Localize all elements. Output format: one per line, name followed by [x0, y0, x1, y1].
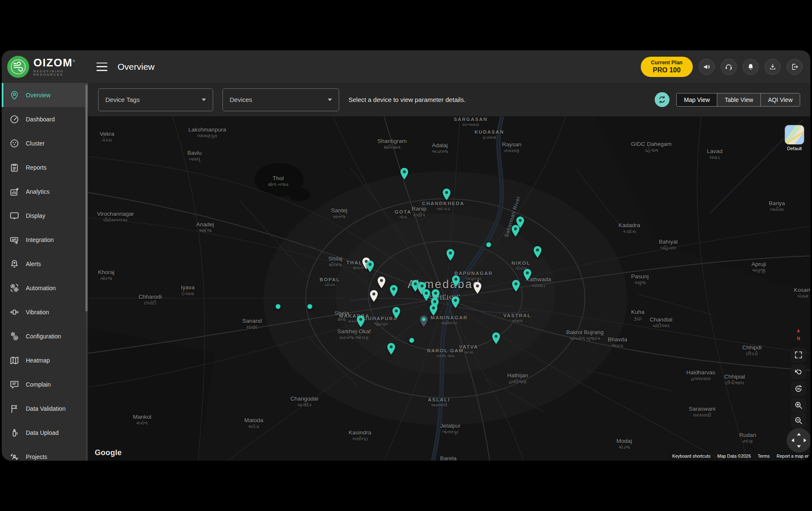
- fullscreen-control[interactable]: [791, 347, 806, 363]
- notifications-button[interactable]: [743, 59, 759, 75]
- bar-chart-plus-icon: [9, 187, 19, 197]
- devices-dropdown-label: Devices: [230, 96, 252, 103]
- pan-hand-control[interactable]: [791, 364, 806, 379]
- sidebar-item-vibration[interactable]: Vibration: [2, 300, 88, 324]
- zoom-in-control[interactable]: [791, 398, 806, 413]
- sidebar-item-alerts[interactable]: Alerts: [2, 252, 88, 276]
- device-marker-teal[interactable]: [452, 275, 460, 289]
- rotate-3d-control[interactable]: 3D: [791, 381, 806, 396]
- map-type-thumbnail[interactable]: [785, 125, 804, 145]
- svg-text:API: API: [12, 238, 16, 241]
- device-marker-teal[interactable]: [400, 168, 409, 181]
- header-actions: Current Plan PRO 100: [641, 57, 810, 77]
- device-marker-teal[interactable]: [492, 332, 500, 346]
- app-window: OIZOM® REDEFINING RESOURCES Overview Cur…: [2, 50, 810, 461]
- sidebar-item-label: Analytics: [26, 188, 49, 195]
- map-canvas[interactable]: Ahmedabad અમદાવાદ Sabarmati River Vekraવ…: [88, 116, 810, 461]
- sidebar-scrollbar-thumb[interactable]: [85, 85, 88, 311]
- device-marker-teal[interactable]: [422, 289, 431, 303]
- device-marker-dot[interactable]: [408, 337, 415, 346]
- location-pin-icon: [9, 90, 19, 100]
- device-marker-teal[interactable]: [390, 285, 398, 299]
- device-marker-dot[interactable]: [485, 241, 492, 250]
- devices-dropdown[interactable]: Devices: [222, 88, 339, 111]
- chat-bubble-icon: [9, 379, 19, 390]
- device-marker-teal[interactable]: [533, 246, 542, 260]
- gear-settings-icon: [9, 331, 19, 341]
- sidebar-item-projects[interactable]: Projects: [2, 445, 88, 461]
- attribution-keyboard-shortcuts[interactable]: Keyboard shortcuts: [672, 453, 710, 459]
- brand-name: OIZOM®: [33, 57, 90, 68]
- pan-control[interactable]: [787, 428, 810, 453]
- plan-value: PRO 100: [651, 66, 683, 74]
- view-tab-aqi-view[interactable]: AQI View: [760, 93, 800, 106]
- device-marker-selected[interactable]: [420, 315, 428, 329]
- sidebar-item-complain[interactable]: Complain: [2, 372, 88, 396]
- device-marker-white[interactable]: [370, 290, 378, 304]
- person-sync-icon: [9, 452, 19, 461]
- flag-icon: [9, 404, 19, 414]
- sidebar-item-data-validation[interactable]: Data Validation: [2, 396, 88, 420]
- sidebar-item-label: Data Upload: [26, 429, 59, 436]
- device-hint-text: Select a device to view parameter detail…: [348, 96, 466, 103]
- sidebar-item-automation[interactable]: Automation: [2, 276, 88, 300]
- device-tags-dropdown[interactable]: Device Tags: [98, 88, 213, 111]
- sidebar-item-reports[interactable]: Reports: [2, 155, 88, 179]
- attribution-report-a-map-er[interactable]: Report a map er: [776, 453, 809, 459]
- map-type-control[interactable]: Default: [785, 125, 804, 151]
- current-plan-button[interactable]: Current Plan PRO 100: [641, 57, 693, 77]
- device-marker-teal[interactable]: [366, 260, 374, 274]
- announcement-button[interactable]: [699, 59, 715, 75]
- map-tiles: [88, 116, 810, 461]
- sidebar-item-overview[interactable]: Overview: [2, 83, 88, 107]
- view-tab-table-view[interactable]: Table View: [717, 93, 760, 106]
- monitor-icon: [9, 211, 19, 221]
- sidebar-item-heatmap[interactable]: Heatmap: [2, 348, 88, 372]
- device-marker-teal[interactable]: [442, 188, 451, 202]
- device-marker-teal[interactable]: [392, 307, 401, 321]
- view-toggle: Map ViewTable ViewAQI View: [676, 93, 800, 107]
- download-button[interactable]: [765, 59, 781, 75]
- device-marker-teal[interactable]: [523, 269, 532, 283]
- sidebar-item-configuration[interactable]: Configuration: [2, 324, 88, 348]
- speedometer-icon: [9, 114, 19, 124]
- sidebar: OverviewDashboardClusterReportsAnalytics…: [2, 83, 88, 461]
- compass-north-control[interactable]: N: [791, 327, 806, 342]
- refresh-button[interactable]: [655, 92, 669, 107]
- device-marker-teal[interactable]: [511, 225, 520, 239]
- app-header: OIZOM® REDEFINING RESOURCES Overview Cur…: [2, 50, 810, 83]
- logout-icon: [790, 63, 799, 71]
- device-marker-teal[interactable]: [387, 343, 395, 357]
- device-marker-teal[interactable]: [446, 249, 455, 263]
- hamburger-menu-icon[interactable]: [96, 63, 107, 71]
- zoom-out-control[interactable]: [791, 413, 806, 428]
- sidebar-item-cluster[interactable]: Cluster: [2, 131, 88, 155]
- device-marker-teal[interactable]: [512, 280, 520, 294]
- device-marker-teal[interactable]: [357, 315, 365, 329]
- google-logo[interactable]: Google: [95, 448, 122, 457]
- pan-arrows-icon: [787, 428, 810, 453]
- sidebar-item-dashboard[interactable]: Dashboard: [2, 107, 88, 131]
- sidebar-item-data-upload[interactable]: Data Upload: [2, 420, 88, 445]
- device-marker-teal[interactable]: [451, 296, 460, 310]
- support-button[interactable]: [721, 59, 737, 75]
- view-tab-map-view[interactable]: Map View: [677, 93, 717, 106]
- oizom-logo-icon: [7, 56, 29, 78]
- device-marker-dot[interactable]: [274, 303, 282, 312]
- folded-map-icon: [9, 355, 19, 365]
- sidebar-item-analytics[interactable]: Analytics: [2, 179, 88, 203]
- sidebar-item-integration[interactable]: APIIntegration: [2, 228, 88, 252]
- logout-button[interactable]: [787, 59, 803, 75]
- device-marker-white[interactable]: [473, 282, 482, 296]
- map-attribution: Keyboard shortcutsMap Data ©2026TermsRep…: [672, 453, 809, 459]
- device-marker-teal[interactable]: [429, 304, 438, 318]
- device-marker-white[interactable]: [377, 276, 386, 290]
- attribution-terms[interactable]: Terms: [758, 453, 770, 459]
- screen: OIZOM® REDEFINING RESOURCES Overview Cur…: [0, 0, 812, 511]
- zoom-in-icon: [794, 401, 803, 410]
- brand-text: OIZOM® REDEFINING RESOURCES: [33, 57, 90, 76]
- zoom-out-icon: [794, 416, 803, 425]
- cluster-icon: [9, 138, 19, 148]
- device-marker-dot[interactable]: [306, 303, 313, 312]
- sidebar-item-display[interactable]: Display: [2, 203, 88, 228]
